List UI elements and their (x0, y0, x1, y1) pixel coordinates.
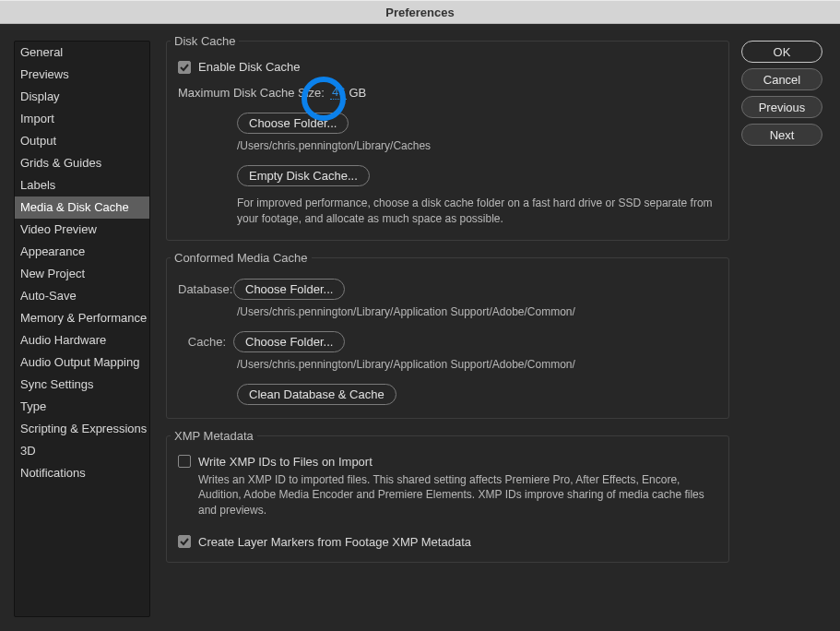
layer-markers-checkbox[interactable] (178, 535, 191, 548)
sidebar-item-output[interactable]: Output (15, 130, 149, 152)
database-path: /Users/chris.pennington/Library/Applicat… (237, 305, 717, 318)
sidebar-item-grids-guides[interactable]: Grids & Guides (15, 152, 149, 174)
disk-cache-section: Disk Cache Enable Disk Cache Maximum Dis… (166, 41, 729, 241)
disk-cache-title: Disk Cache (171, 34, 239, 48)
sidebar-item-media-disk-cache[interactable]: Media & Disk Cache (15, 196, 149, 219)
database-label: Database: (178, 282, 233, 296)
sidebar-item-3d[interactable]: 3D (15, 440, 149, 462)
next-button[interactable]: Next (741, 124, 822, 146)
disk-cache-choose-folder-button[interactable]: Choose Folder... (237, 113, 349, 134)
layer-markers-label: Create Layer Markers from Footage XMP Me… (198, 535, 471, 549)
max-cache-size-unit: GB (349, 86, 366, 100)
main-panel: Disk Cache Enable Disk Cache Maximum Dis… (166, 41, 729, 617)
enable-disk-cache-checkbox[interactable] (178, 61, 191, 74)
conformed-media-section: Conformed Media Cache Database: Choose F… (166, 257, 729, 419)
write-xmp-ids-description: Writes an XMP ID to imported files. This… (198, 472, 717, 518)
title-bar: Preferences (0, 0, 840, 24)
conformed-media-title: Conformed Media Cache (171, 251, 312, 265)
sidebar-item-sync-settings[interactable]: Sync Settings (15, 374, 149, 396)
window-title: Preferences (385, 6, 454, 19)
category-sidebar: GeneralPreviewsDisplayImportOutputGrids … (14, 41, 150, 617)
sidebar-item-video-preview[interactable]: Video Preview (15, 219, 149, 241)
xmp-metadata-section: XMP Metadata Write XMP IDs to Files on I… (166, 435, 729, 563)
clean-database-cache-button[interactable]: Clean Database & Cache (237, 384, 396, 405)
sidebar-item-import[interactable]: Import (15, 108, 149, 130)
dialog-buttons-column: OK Cancel Previous Next (741, 41, 826, 151)
cache-choose-folder-button[interactable]: Choose Folder... (233, 331, 345, 352)
sidebar-item-labels[interactable]: Labels (15, 174, 149, 196)
cache-label: Cache: (178, 335, 233, 349)
sidebar-item-new-project[interactable]: New Project (15, 263, 149, 285)
sidebar-item-appearance[interactable]: Appearance (15, 241, 149, 263)
enable-disk-cache-label: Enable Disk Cache (198, 60, 301, 74)
cancel-button[interactable]: Cancel (741, 68, 822, 90)
max-cache-size-label: Maximum Disk Cache Size: (178, 86, 325, 100)
write-xmp-ids-checkbox[interactable] (178, 455, 191, 468)
sidebar-item-previews[interactable]: Previews (15, 64, 149, 86)
database-choose-folder-button[interactable]: Choose Folder... (233, 279, 345, 300)
sidebar-item-audio-hardware[interactable]: Audio Hardware (15, 329, 149, 351)
previous-button[interactable]: Previous (741, 96, 822, 118)
sidebar-item-audio-output-mapping[interactable]: Audio Output Mapping (15, 351, 149, 374)
empty-disk-cache-button[interactable]: Empty Disk Cache... (237, 165, 370, 186)
preferences-body: GeneralPreviewsDisplayImportOutputGrids … (0, 24, 840, 631)
ok-button[interactable]: OK (741, 41, 822, 63)
sidebar-item-display[interactable]: Display (15, 86, 149, 108)
sidebar-item-memory-performance[interactable]: Memory & Performance (15, 307, 149, 329)
sidebar-item-auto-save[interactable]: Auto-Save (15, 285, 149, 307)
sidebar-item-notifications[interactable]: Notifications (15, 462, 149, 484)
sidebar-item-general[interactable]: General (15, 42, 149, 64)
xmp-metadata-title: XMP Metadata (171, 429, 257, 443)
write-xmp-ids-label: Write XMP IDs to Files on Import (198, 455, 373, 469)
disk-cache-folder-path: /Users/chris.pennington/Library/Caches (237, 139, 717, 152)
sidebar-item-type[interactable]: Type (15, 396, 149, 418)
disk-cache-hint: For improved performance, choose a disk … (237, 196, 717, 227)
cache-path: /Users/chris.pennington/Library/Applicat… (237, 358, 717, 371)
sidebar-item-scripting-expressions[interactable]: Scripting & Expressions (15, 418, 149, 440)
max-cache-size-value[interactable]: 46 (330, 85, 347, 100)
